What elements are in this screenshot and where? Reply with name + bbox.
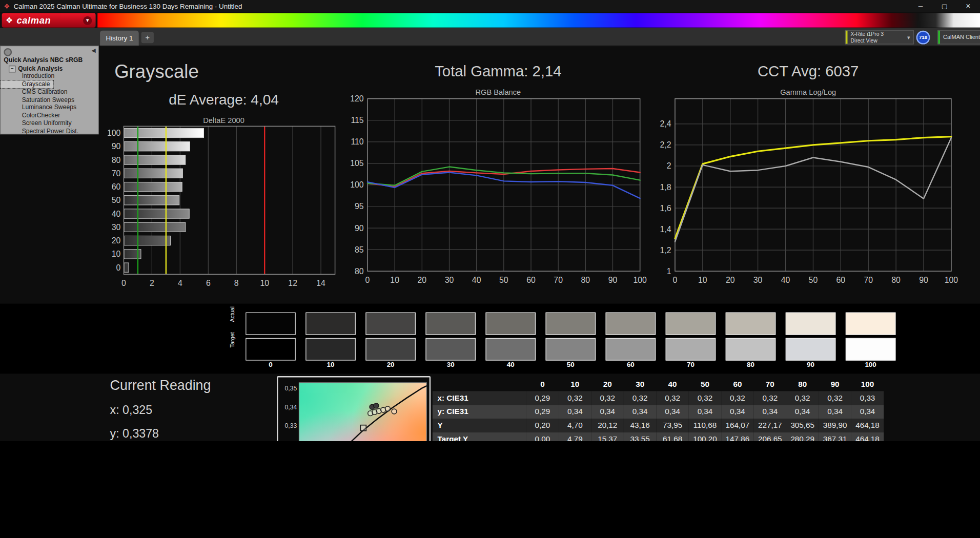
analysis-sidebar: ◀ Quick Analysis NBC sRGB −Quick Analysi… xyxy=(0,46,99,134)
table-value-cell: 0,32 xyxy=(721,391,753,405)
svg-text:40: 40 xyxy=(112,210,121,218)
meter-label: X-Rite i1Pro 3Direct View xyxy=(847,31,887,44)
svg-text:85: 85 xyxy=(355,245,364,254)
sidebar-collapse-icon[interactable]: ◀ xyxy=(91,48,95,54)
svg-text:80: 80 xyxy=(355,267,364,276)
table-col-header: 60 xyxy=(721,378,753,391)
sidebar-item-introduction[interactable]: Introduction xyxy=(1,72,98,80)
actual-swatch xyxy=(606,313,656,335)
table-value-cell: 227,17 xyxy=(754,419,786,432)
svg-text:105: 105 xyxy=(350,159,364,168)
grayscale-swatch-band: Actual Target 0102030405060708090100 xyxy=(0,304,980,374)
table-col-header: 10 xyxy=(559,378,591,391)
svg-text:2,2: 2,2 xyxy=(660,140,671,149)
tree-expander-icon[interactable]: − xyxy=(9,66,15,72)
grayscale-page-title: Grayscale xyxy=(114,61,199,82)
table-row-label: Y xyxy=(433,419,526,432)
app-logo-icon: ❖ xyxy=(4,2,10,10)
target-swatch xyxy=(726,338,776,361)
sidebar-item-grayscale[interactable]: Grayscale xyxy=(1,80,53,88)
table-value-cell: 206,65 xyxy=(754,432,786,441)
calman-logo-text: calman xyxy=(17,15,51,26)
table-row: y: CIE310,290,340,340,340,340,340,340,34… xyxy=(433,405,884,419)
table-value-cell: 280,29 xyxy=(786,432,819,441)
target-swatch xyxy=(666,338,716,361)
svg-text:10: 10 xyxy=(112,250,121,258)
table-value-cell: 0,34 xyxy=(851,405,884,419)
close-button[interactable]: ✕ xyxy=(956,0,980,12)
svg-text:10: 10 xyxy=(390,276,399,284)
actual-swatch-row xyxy=(246,313,895,335)
svg-text:1,6: 1,6 xyxy=(660,204,671,213)
sidebar-item-spectral-power-dist[interactable]: Spectral Power Dist. xyxy=(1,127,98,135)
table-value-cell: 73,95 xyxy=(656,419,688,432)
tab-history-1[interactable]: History 1 xyxy=(100,31,139,46)
table-value-cell: 15,37 xyxy=(591,432,624,441)
svg-text:40: 40 xyxy=(781,276,790,284)
sidebar-item-cms-calibration[interactable]: CMS Calibration xyxy=(1,88,98,96)
sidebar-root-quick-analysis[interactable]: −Quick Analysis xyxy=(1,65,98,73)
meter-status-badge: 718 xyxy=(916,31,930,45)
minimize-button[interactable]: ─ xyxy=(909,0,932,12)
svg-text:1,8: 1,8 xyxy=(660,183,671,192)
svg-text:70: 70 xyxy=(864,276,873,284)
svg-text:2,4: 2,4 xyxy=(660,119,671,128)
sidebar-item-luminance-sweeps[interactable]: Luminance Sweeps xyxy=(1,104,98,111)
table-header-row: 0102030405060708090100 xyxy=(433,378,884,391)
sidebar-pin-button[interactable] xyxy=(4,48,12,56)
calman-menu-button[interactable]: ❖ calman ▾ xyxy=(2,13,96,28)
svg-text:80: 80 xyxy=(581,276,590,284)
maximize-button[interactable]: ▢ xyxy=(932,0,956,12)
svg-text:20: 20 xyxy=(112,236,121,245)
table-value-cell: 464,18 xyxy=(851,432,884,441)
table-col-header: 40 xyxy=(656,378,688,391)
svg-text:80: 80 xyxy=(112,156,121,164)
svg-text:0: 0 xyxy=(365,276,370,284)
table-value-cell: 0,32 xyxy=(754,391,786,405)
add-tab-button[interactable]: + xyxy=(141,32,154,43)
table-value-cell: 4,70 xyxy=(559,419,591,432)
title-bar: ❖ Calman 2025 Calman Ultimate for Busine… xyxy=(0,0,980,12)
table-col-header: 20 xyxy=(591,378,624,391)
source-dropdown[interactable]: CalMAN Client 3 Pattern Generator ▾ xyxy=(937,30,980,45)
svg-text:50: 50 xyxy=(809,276,818,284)
table-value-cell: 164,07 xyxy=(721,419,753,432)
svg-text:60: 60 xyxy=(526,276,536,284)
meter-line1: X-Rite i1Pro 3 xyxy=(851,31,884,37)
table-corner-cell xyxy=(433,378,526,391)
table-value-cell: 389,90 xyxy=(819,419,851,432)
table-value-cell: 61,68 xyxy=(656,432,688,441)
svg-text:70: 70 xyxy=(554,276,563,284)
current-reading-title: Current Reading xyxy=(110,378,211,394)
svg-text:0: 0 xyxy=(673,276,678,284)
table-value-cell: 0,34 xyxy=(721,405,753,419)
sidebar-item-screen-uniformity[interactable]: Screen Uniformity xyxy=(1,119,98,127)
svg-text:1,2: 1,2 xyxy=(660,246,671,255)
swatch-column-label: 50 xyxy=(546,361,596,368)
table-value-cell: 110,68 xyxy=(689,419,721,432)
actual-row-label: Actual xyxy=(230,302,236,327)
svg-text:50: 50 xyxy=(499,276,508,284)
svg-text:120: 120 xyxy=(350,94,364,103)
svg-text:30: 30 xyxy=(445,276,454,284)
gamma-loglog-chart: 010203040506070809010011,21,41,61,822,22… xyxy=(654,94,962,291)
rgb-balance-chart: 0102030405060708090100808590951001051101… xyxy=(348,94,649,291)
tab-bar: History 1 + X-Rite i1Pro 3Direct View ▾ … xyxy=(0,28,980,46)
target-swatch xyxy=(786,338,836,361)
table-value-cell: 0,29 xyxy=(526,405,559,419)
svg-text:100: 100 xyxy=(633,276,647,284)
table-value-cell: 0,32 xyxy=(624,391,656,405)
target-swatch xyxy=(606,338,656,361)
meter-dropdown[interactable]: X-Rite i1Pro 3Direct View ▾ xyxy=(845,30,914,45)
root-label: Quick Analysis xyxy=(18,65,63,72)
swatch-column-label: 0 xyxy=(246,361,296,368)
window-controls: ─ ▢ ✕ xyxy=(909,0,980,12)
sidebar-item-saturation-sweeps[interactable]: Saturation Sweeps xyxy=(1,96,98,104)
table-value-cell: 367,31 xyxy=(819,432,851,441)
sidebar-item-colorchecker[interactable]: ColorChecker xyxy=(1,112,98,119)
swatch-column-label: 90 xyxy=(786,361,836,368)
chart-gamma-svg: 010203040506070809010011,21,41,61,822,22… xyxy=(654,94,962,288)
svg-text:70: 70 xyxy=(112,169,121,178)
reading-x: x: 0,325 xyxy=(110,404,211,418)
actual-swatch xyxy=(846,313,896,335)
